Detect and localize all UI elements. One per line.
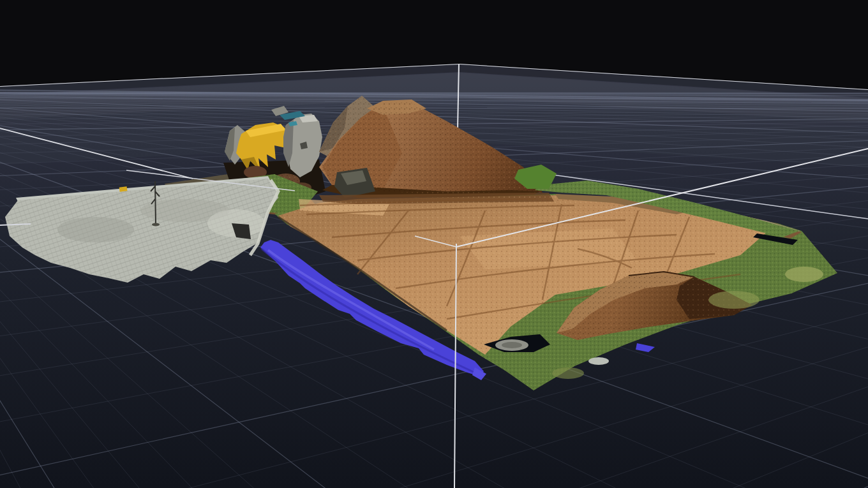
viewport-canvas[interactable]	[0, 0, 868, 488]
sapling-base	[152, 223, 160, 226]
gravel-disk-inner	[502, 342, 522, 348]
3d-viewport[interactable]	[0, 0, 868, 488]
dry-grass-3	[552, 367, 584, 379]
dry-grass-1	[785, 267, 823, 282]
road-stain-1	[57, 217, 134, 242]
dry-grass-2	[708, 291, 760, 309]
gravel-patch	[495, 339, 528, 351]
concrete-patch	[588, 357, 609, 365]
